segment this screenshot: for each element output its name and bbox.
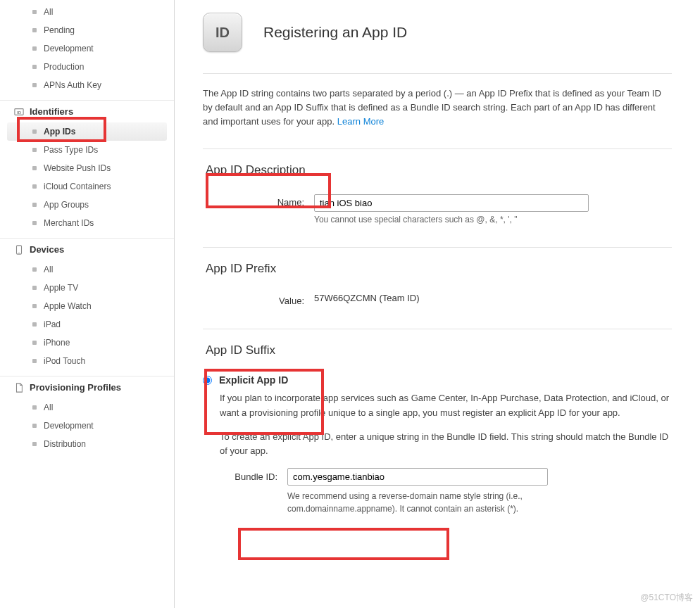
sidebar-item-label: iCloud Containers (44, 182, 111, 191)
sidebar-heading-label: Devices (30, 244, 64, 255)
bullet-icon (32, 184, 37, 189)
sidebar-item-app-ids[interactable]: App IDs (7, 122, 167, 141)
sidebar-section-devices: Devices All Apple TV Apple Watch iPad iP… (0, 238, 174, 370)
prefix-row: Value: 57W66QZCMN (Team ID) (203, 293, 672, 306)
name-row: Name: You cannot use special characters … (203, 194, 672, 224)
sidebar: All Pending Development Production APNs … (0, 0, 175, 608)
bullet-icon (32, 148, 37, 152)
bundle-id-label: Bundle ID: (220, 468, 287, 482)
bullet-icon (32, 83, 37, 87)
sidebar-item-label: All (44, 7, 53, 17)
sidebar-item-label: Pending (44, 25, 75, 35)
sidebar-heading-label: Provisioning Profiles (30, 382, 121, 393)
sidebar-item-label: Development (44, 44, 94, 53)
bullet-icon (32, 10, 37, 14)
bullet-icon (32, 46, 37, 51)
sidebar-item-ipad[interactable]: iPad (0, 315, 174, 334)
sidebar-heading-devices: Devices (0, 238, 174, 260)
bullet-icon (32, 28, 37, 32)
sidebar-item-development-profile[interactable]: Development (0, 417, 174, 435)
sidebar-item-production[interactable]: Production (0, 58, 174, 76)
sidebar-item-apple-tv[interactable]: Apple TV (0, 279, 174, 297)
sidebar-item-label: Website Push IDs (44, 163, 111, 173)
bullet-icon (32, 267, 37, 272)
sidebar-item-ipod[interactable]: iPod Touch (0, 352, 174, 370)
bullet-icon (32, 65, 37, 69)
prefix-value-label: Value: (203, 293, 314, 306)
bullet-icon (32, 203, 37, 207)
sidebar-item-label: APNs Auth Key (44, 80, 101, 90)
sidebar-item-label: App Groups (44, 200, 89, 210)
watermark: @51CTO博客 (640, 592, 693, 604)
sidebar-item-pending[interactable]: Pending (0, 21, 174, 39)
sidebar-section-identifiers: ID Identifiers App IDs Pass Type IDs Web… (0, 100, 174, 232)
sidebar-item-label: All (44, 403, 53, 412)
sidebar-item-development-cert[interactable]: Development (0, 39, 174, 58)
sidebar-item-label: iPod Touch (44, 356, 85, 366)
sidebar-item-pass-type[interactable]: Pass Type IDs (0, 141, 174, 159)
bundle-id-row: Bundle ID: We recommend using a reverse-… (203, 468, 672, 515)
sidebar-item-website-push[interactable]: Website Push IDs (0, 159, 174, 177)
bundle-id-input[interactable] (287, 468, 548, 486)
sidebar-section-profiles: Provisioning Profiles All Development Di… (0, 376, 174, 453)
explicit-explain-1: If you plan to incorporate app services … (203, 391, 672, 419)
sidebar-item-all-cert[interactable]: All (0, 3, 174, 21)
sidebar-section-certificates: All Pending Development Production APNs … (0, 3, 174, 94)
page-header: ID Registering an App ID (203, 0, 672, 73)
sidebar-item-label: Pass Type IDs (44, 145, 98, 155)
sidebar-item-icloud[interactable]: iCloud Containers (0, 177, 174, 196)
sidebar-item-label: App IDs (44, 127, 75, 137)
explicit-explain-2: To create an explicit App ID, enter a un… (203, 430, 672, 458)
sidebar-item-all-devices[interactable]: All (0, 260, 174, 279)
main-content: ID Registering an App ID The App ID stri… (175, 0, 700, 608)
sidebar-item-label: iPhone (44, 338, 70, 348)
bullet-icon (32, 166, 37, 170)
bullet-icon (32, 341, 37, 345)
sidebar-item-iphone[interactable]: iPhone (0, 334, 174, 352)
sidebar-item-label: Development (44, 421, 94, 431)
bundle-id-hint: We recommend using a reverse-domain name… (287, 490, 569, 515)
sidebar-item-label: Apple TV (44, 283, 78, 293)
intro-text: The App ID string contains two parts sep… (203, 88, 661, 127)
bullet-icon (32, 221, 37, 225)
name-input[interactable] (314, 194, 589, 212)
learn-more-link[interactable]: Learn More (337, 116, 384, 127)
sidebar-item-label: iPad (44, 319, 61, 329)
sidebar-heading-identifiers: ID Identifiers (0, 100, 174, 122)
device-icon (14, 245, 24, 255)
sidebar-item-app-groups[interactable]: App Groups (0, 196, 174, 214)
bullet-icon (32, 304, 37, 308)
bullet-icon (32, 322, 37, 327)
bullet-icon (32, 129, 37, 134)
sidebar-item-apple-watch[interactable]: Apple Watch (0, 297, 174, 315)
explicit-radio-row: Explicit App ID (203, 374, 672, 386)
name-hint: You cannot use special characters such a… (314, 215, 672, 224)
id-badge-icon: ID (14, 107, 24, 117)
section-title-description: App ID Description (203, 159, 308, 182)
sidebar-item-apns[interactable]: APNs Auth Key (0, 76, 174, 94)
bullet-icon (32, 424, 37, 428)
prefix-value: 57W66QZCMN (Team ID) (314, 293, 672, 303)
bullet-icon (32, 286, 37, 290)
sidebar-item-merchant[interactable]: Merchant IDs (0, 214, 174, 232)
document-icon (14, 383, 24, 393)
bullet-icon (32, 359, 37, 363)
sidebar-item-distribution[interactable]: Distribution (0, 435, 174, 453)
page-title: Registering an App ID (263, 24, 407, 41)
bullet-icon (32, 405, 37, 410)
sidebar-item-label: Distribution (44, 439, 86, 449)
svg-point-3 (18, 252, 19, 253)
explicit-radio[interactable] (203, 376, 212, 385)
section-app-id-suffix: App ID Suffix Explicit App ID If you pla… (203, 329, 672, 533)
sidebar-heading-label: Identifiers (30, 106, 73, 117)
explicit-radio-label: Explicit App ID (219, 374, 288, 386)
bullet-icon (32, 442, 37, 446)
section-app-id-prefix: App ID Prefix Value: 57W66QZCMN (Team ID… (203, 248, 672, 329)
sidebar-heading-profiles: Provisioning Profiles (0, 376, 174, 398)
section-app-id-description: App ID Description Name: You cannot use … (203, 149, 672, 247)
sidebar-item-label: Production (44, 62, 84, 72)
sidebar-item-label: Merchant IDs (44, 218, 94, 228)
section-title-prefix: App ID Prefix (203, 258, 279, 280)
sidebar-item-all-profiles[interactable]: All (0, 398, 174, 417)
svg-text:ID: ID (17, 109, 22, 114)
